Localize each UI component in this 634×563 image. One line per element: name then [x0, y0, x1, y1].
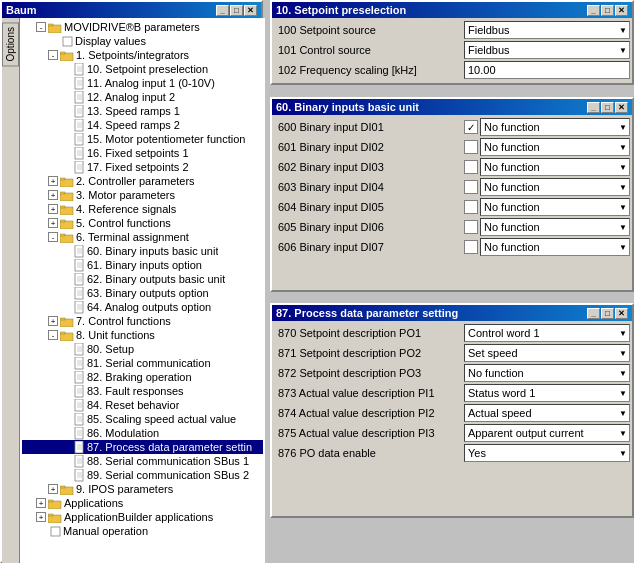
tree-item-17[interactable]: 60. Binary inputs basic unit — [22, 244, 263, 258]
tree-item-28[interactable]: 84. Reset behavior — [22, 398, 263, 412]
tree-item-31[interactable]: 87. Process data parameter settin — [22, 440, 263, 454]
param-checkbox-602[interactable] — [464, 160, 478, 174]
tree-item-label: 11. Analog input 1 (0-10V) — [87, 77, 215, 89]
baum-close-btn[interactable]: ✕ — [244, 5, 257, 16]
tree-item-35[interactable]: + Applications — [22, 496, 263, 510]
tree-item-30[interactable]: 86. Modulation — [22, 426, 263, 440]
param-checkbox-605[interactable] — [464, 220, 478, 234]
process-title: 87. Process data parameter setting — [276, 307, 458, 319]
param-checkbox-600[interactable]: ✓ — [464, 120, 478, 134]
collapse-icon[interactable]: - — [48, 232, 58, 242]
param-select-875[interactable]: Apparent output current — [464, 424, 630, 442]
setpoint-minimize-btn[interactable]: _ — [587, 5, 600, 16]
tree-item-1[interactable]: - MOVIDRIVE®B parameters — [22, 20, 263, 34]
tree-item-32[interactable]: 88. Serial communication SBus 1 — [22, 454, 263, 468]
tree-item-11[interactable]: 17. Fixed setpoints 2 — [22, 160, 263, 174]
process-minimize-btn[interactable]: _ — [587, 308, 600, 319]
tree-item-13[interactable]: + 3. Motor parameters — [22, 188, 263, 202]
tree-item-33[interactable]: 89. Serial communication SBus 2 — [22, 468, 263, 482]
param-checkbox-603[interactable] — [464, 180, 478, 194]
doc-icon — [74, 259, 85, 272]
doc-icon — [74, 161, 85, 174]
tree-item-23[interactable]: - 8. Unit functions — [22, 328, 263, 342]
param-select-872[interactable]: No function — [464, 364, 630, 382]
tree-item-10[interactable]: 16. Fixed setpoints 1 — [22, 146, 263, 160]
tree-item-29[interactable]: 85. Scaling speed actual value — [22, 412, 263, 426]
tree-item-3[interactable]: - 1. Setpoints/integrators — [22, 48, 263, 62]
tree-item-36[interactable]: + ApplicationBuilder applications — [22, 510, 263, 524]
baum-maximize-btn[interactable]: □ — [230, 5, 243, 16]
tree-item-20[interactable]: 63. Binary outputs option — [22, 286, 263, 300]
tree-item-27[interactable]: 83. Fault responses — [22, 384, 263, 398]
param-select-874[interactable]: Actual speed — [464, 404, 630, 422]
param-select-870[interactable]: Control word 1 — [464, 324, 630, 342]
tree-item-16[interactable]: - 6. Terminal assignment — [22, 230, 263, 244]
doc-icon — [74, 63, 85, 76]
param-select-603[interactable]: No function — [480, 178, 630, 196]
param-checkbox-604[interactable] — [464, 200, 478, 214]
binary-close-btn[interactable]: ✕ — [615, 102, 628, 113]
tree-item-9[interactable]: 15. Motor potentiometer function — [22, 132, 263, 146]
tree-item-12[interactable]: + 2. Controller parameters — [22, 174, 263, 188]
tree-item-14[interactable]: + 4. Reference signals — [22, 202, 263, 216]
tree-item-2[interactable]: Display values — [22, 34, 263, 48]
binary-minimize-btn[interactable]: _ — [587, 102, 600, 113]
param-select-100[interactable]: Fieldbus — [464, 21, 630, 39]
tree-item-25[interactable]: 81. Serial communication — [22, 356, 263, 370]
options-tab[interactable]: Options — [2, 22, 19, 66]
tree-item-15[interactable]: + 5. Control functions — [22, 216, 263, 230]
param-select-873[interactable]: Status word 1 — [464, 384, 630, 402]
tree-item-6[interactable]: 12. Analog input 2 — [22, 90, 263, 104]
param-select-604[interactable]: No function — [480, 198, 630, 216]
param-label-604: 604 Binary input DI05 — [274, 201, 464, 213]
tree-item-8[interactable]: 14. Speed ramps 2 — [22, 118, 263, 132]
expand-icon[interactable]: + — [48, 316, 58, 326]
binary-title: 60. Binary inputs basic unit — [276, 101, 419, 113]
tree-item-19[interactable]: 62. Binary outputs basic unit — [22, 272, 263, 286]
param-label-601: 601 Binary input DI02 — [274, 141, 464, 153]
tree-item-4[interactable]: 10. Setpoint preselection — [22, 62, 263, 76]
tree-item-21[interactable]: 64. Analog outputs option — [22, 300, 263, 314]
expand-icon[interactable]: + — [48, 218, 58, 228]
tree-item-34[interactable]: + 9. IPOS parameters — [22, 482, 263, 496]
tree-item-22[interactable]: + 7. Control functions — [22, 314, 263, 328]
tree-item-label: 62. Binary outputs basic unit — [87, 273, 225, 285]
param-select-600[interactable]: No function — [480, 118, 630, 136]
folder-icon — [48, 498, 62, 509]
param-checkbox-606[interactable] — [464, 240, 478, 254]
tree-item-26[interactable]: 82. Braking operation — [22, 370, 263, 384]
tree-item-18[interactable]: 61. Binary inputs option — [22, 258, 263, 272]
folder-icon — [60, 204, 74, 215]
tree-item-24[interactable]: 80. Setup — [22, 342, 263, 356]
param-select-606[interactable]: No function — [480, 238, 630, 256]
tree-item-5[interactable]: 11. Analog input 1 (0-10V) — [22, 76, 263, 90]
expand-icon[interactable]: + — [48, 204, 58, 214]
expand-icon[interactable]: + — [48, 190, 58, 200]
param-select-601[interactable]: No function — [480, 138, 630, 156]
collapse-icon[interactable]: - — [36, 22, 46, 32]
baum-minimize-btn[interactable]: _ — [216, 5, 229, 16]
tree-item-37[interactable]: Manual operation — [22, 524, 263, 538]
expand-icon[interactable]: + — [36, 512, 46, 522]
expand-icon[interactable]: + — [48, 484, 58, 494]
svg-rect-46 — [60, 234, 65, 236]
binary-maximize-btn[interactable]: □ — [601, 102, 614, 113]
expand-icon[interactable]: + — [36, 498, 46, 508]
tree-item-label: MOVIDRIVE®B parameters — [64, 21, 200, 33]
tree-item-7[interactable]: 13. Speed ramps 1 — [22, 104, 263, 118]
setpoint-content: 100 Setpoint sourceFieldbus101 Control s… — [272, 18, 632, 82]
param-select-605[interactable]: No function — [480, 218, 630, 236]
setpoint-maximize-btn[interactable]: □ — [601, 5, 614, 16]
param-checkbox-601[interactable] — [464, 140, 478, 154]
param-select-876[interactable]: Yes — [464, 444, 630, 462]
process-close-btn[interactable]: ✕ — [615, 308, 628, 319]
setpoint-close-btn[interactable]: ✕ — [615, 5, 628, 16]
tree-area[interactable]: - MOVIDRIVE®B parameters Display values-… — [20, 18, 265, 563]
collapse-icon[interactable]: - — [48, 50, 58, 60]
param-select-602[interactable]: No function — [480, 158, 630, 176]
process-maximize-btn[interactable]: □ — [601, 308, 614, 319]
collapse-icon[interactable]: - — [48, 330, 58, 340]
param-select-871[interactable]: Set speed — [464, 344, 630, 362]
param-select-101[interactable]: Fieldbus — [464, 41, 630, 59]
expand-icon[interactable]: + — [48, 176, 58, 186]
